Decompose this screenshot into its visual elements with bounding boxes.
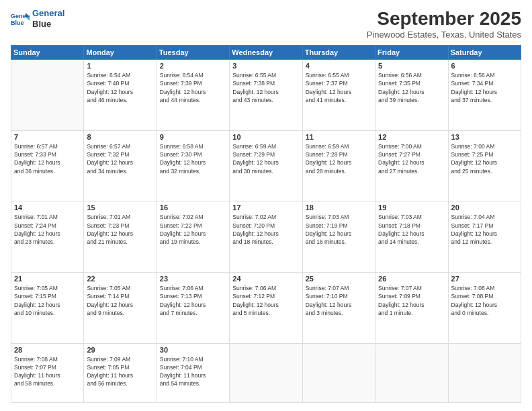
calendar-day-cell: 2Sunrise: 6:54 AM Sunset: 7:39 PM Daylig… [157,60,229,131]
day-number: 19 [378,203,445,212]
day-info: Sunrise: 7:02 AM Sunset: 7:20 PM Dayligh… [232,213,299,246]
calendar-day-cell: 13Sunrise: 7:00 AM Sunset: 7:25 PM Dayli… [448,130,521,201]
calendar-header-row: SundayMondayTuesdayWednesdayThursdayFrid… [11,46,521,60]
calendar-day-cell: 17Sunrise: 7:02 AM Sunset: 7:20 PM Dayli… [230,201,302,273]
day-number: 4 [306,62,372,70]
day-number: 1 [87,62,153,70]
day-info: Sunrise: 7:04 AM Sunset: 7:17 PM Dayligh… [451,213,518,246]
calendar-day-cell: 23Sunrise: 7:06 AM Sunset: 7:13 PM Dayli… [157,272,229,343]
day-info: Sunrise: 7:03 AM Sunset: 7:19 PM Dayligh… [306,213,372,246]
day-info: Sunrise: 6:57 AM Sunset: 7:33 PM Dayligh… [14,142,81,175]
day-info: Sunrise: 7:10 AM Sunset: 7:04 PM Dayligh… [160,355,226,388]
day-number: 9 [160,133,226,141]
weekday-header-thursday: Thursday [302,46,375,60]
day-info: Sunrise: 6:59 AM Sunset: 7:28 PM Dayligh… [306,142,372,175]
calendar-day-cell [448,343,521,403]
calendar-day-cell: 25Sunrise: 7:07 AM Sunset: 7:10 PM Dayli… [302,272,375,343]
calendar-day-cell: 26Sunrise: 7:07 AM Sunset: 7:09 PM Dayli… [375,272,448,343]
weekday-header-tuesday: Tuesday [157,46,229,60]
day-info: Sunrise: 6:56 AM Sunset: 7:34 PM Dayligh… [451,71,518,104]
day-number: 18 [306,203,372,212]
day-info: Sunrise: 7:06 AM Sunset: 7:13 PM Dayligh… [160,284,226,317]
calendar-day-cell: 7Sunrise: 6:57 AM Sunset: 7:33 PM Daylig… [11,130,84,201]
calendar-day-cell: 11Sunrise: 6:59 AM Sunset: 7:28 PM Dayli… [302,130,375,201]
calendar-day-cell: 29Sunrise: 7:09 AM Sunset: 7:05 PM Dayli… [84,343,157,403]
day-number: 8 [87,133,153,141]
day-number: 22 [87,275,153,283]
day-info: Sunrise: 6:55 AM Sunset: 7:38 PM Dayligh… [232,71,299,104]
calendar-day-cell: 1Sunrise: 6:54 AM Sunset: 7:40 PM Daylig… [84,60,157,131]
day-number: 30 [160,346,226,354]
weekday-header-saturday: Saturday [448,46,521,60]
calendar-day-cell: 30Sunrise: 7:10 AM Sunset: 7:04 PM Dayli… [157,343,229,403]
weekday-header-friday: Friday [375,46,448,60]
weekday-header-sunday: Sunday [11,46,84,60]
day-number: 15 [87,203,153,212]
page: General Blue General Blue September 2025… [0,0,532,411]
day-info: Sunrise: 7:05 AM Sunset: 7:14 PM Dayligh… [87,284,153,317]
calendar-day-cell: 4Sunrise: 6:55 AM Sunset: 7:37 PM Daylig… [302,60,375,131]
calendar-week-row: 28Sunrise: 7:08 AM Sunset: 7:07 PM Dayli… [11,343,521,403]
day-number: 26 [378,275,445,283]
calendar-day-cell [230,343,302,403]
day-info: Sunrise: 6:58 AM Sunset: 7:30 PM Dayligh… [160,142,226,175]
day-info: Sunrise: 7:08 AM Sunset: 7:08 PM Dayligh… [451,284,518,317]
calendar-day-cell: 28Sunrise: 7:08 AM Sunset: 7:07 PM Dayli… [11,343,84,403]
month-title: September 2025 [367,8,521,30]
calendar-day-cell: 19Sunrise: 7:03 AM Sunset: 7:18 PM Dayli… [375,201,448,273]
calendar-day-cell: 8Sunrise: 6:57 AM Sunset: 7:32 PM Daylig… [84,130,157,201]
header: General Blue General Blue September 2025… [11,8,521,40]
calendar-day-cell [302,343,375,403]
weekday-header-monday: Monday [84,46,157,60]
day-info: Sunrise: 6:54 AM Sunset: 7:40 PM Dayligh… [87,71,153,104]
day-number: 25 [306,275,372,283]
day-info: Sunrise: 7:00 AM Sunset: 7:27 PM Dayligh… [378,142,445,175]
day-info: Sunrise: 7:05 AM Sunset: 7:15 PM Dayligh… [14,284,81,317]
calendar-week-row: 14Sunrise: 7:01 AM Sunset: 7:24 PM Dayli… [11,201,521,273]
title-block: September 2025 Pinewood Estates, Texas, … [367,8,521,40]
day-info: Sunrise: 7:03 AM Sunset: 7:18 PM Dayligh… [378,213,445,246]
calendar-week-row: 21Sunrise: 7:05 AM Sunset: 7:15 PM Dayli… [11,272,521,343]
day-number: 17 [232,203,299,212]
day-info: Sunrise: 7:00 AM Sunset: 7:25 PM Dayligh… [451,142,518,175]
day-number: 27 [451,275,518,283]
day-info: Sunrise: 7:07 AM Sunset: 7:10 PM Dayligh… [306,284,372,317]
calendar-day-cell: 22Sunrise: 7:05 AM Sunset: 7:14 PM Dayli… [84,272,157,343]
day-info: Sunrise: 7:02 AM Sunset: 7:22 PM Dayligh… [160,213,226,246]
calendar-day-cell: 10Sunrise: 6:59 AM Sunset: 7:29 PM Dayli… [230,130,302,201]
calendar-day-cell: 9Sunrise: 6:58 AM Sunset: 7:30 PM Daylig… [157,130,229,201]
day-info: Sunrise: 7:01 AM Sunset: 7:24 PM Dayligh… [14,213,81,246]
day-number: 6 [451,62,518,70]
day-number: 2 [160,62,226,70]
logo-general: General [32,8,64,19]
calendar-day-cell: 12Sunrise: 7:00 AM Sunset: 7:27 PM Dayli… [375,130,448,201]
calendar-day-cell: 24Sunrise: 7:06 AM Sunset: 7:12 PM Dayli… [230,272,302,343]
day-info: Sunrise: 6:57 AM Sunset: 7:32 PM Dayligh… [87,142,153,175]
calendar-day-cell: 6Sunrise: 6:56 AM Sunset: 7:34 PM Daylig… [448,60,521,131]
logo-icon: General Blue [11,11,30,26]
calendar-day-cell: 27Sunrise: 7:08 AM Sunset: 7:08 PM Dayli… [448,272,521,343]
calendar-table: SundayMondayTuesdayWednesdayThursdayFrid… [11,45,521,403]
day-number: 28 [14,346,81,354]
day-info: Sunrise: 6:59 AM Sunset: 7:29 PM Dayligh… [232,142,299,175]
day-number: 21 [14,275,81,283]
day-info: Sunrise: 7:07 AM Sunset: 7:09 PM Dayligh… [378,284,445,317]
calendar-day-cell: 15Sunrise: 7:01 AM Sunset: 7:23 PM Dayli… [84,201,157,273]
calendar-day-cell: 14Sunrise: 7:01 AM Sunset: 7:24 PM Dayli… [11,201,84,273]
day-number: 7 [14,133,81,141]
day-number: 20 [451,203,518,212]
weekday-header-wednesday: Wednesday [230,46,302,60]
day-number: 5 [378,62,445,70]
day-number: 29 [87,346,153,354]
calendar-week-row: 7Sunrise: 6:57 AM Sunset: 7:33 PM Daylig… [11,130,521,201]
calendar-day-cell [11,60,84,131]
logo: General Blue General Blue [11,8,64,29]
calendar-week-row: 1Sunrise: 6:54 AM Sunset: 7:40 PM Daylig… [11,60,521,131]
day-number: 14 [14,203,81,212]
day-info: Sunrise: 7:08 AM Sunset: 7:07 PM Dayligh… [14,355,81,388]
location-subtitle: Pinewood Estates, Texas, United States [367,30,521,40]
calendar-day-cell: 21Sunrise: 7:05 AM Sunset: 7:15 PM Dayli… [11,272,84,343]
day-number: 23 [160,275,226,283]
day-number: 16 [160,203,226,212]
calendar-day-cell: 20Sunrise: 7:04 AM Sunset: 7:17 PM Dayli… [448,201,521,273]
